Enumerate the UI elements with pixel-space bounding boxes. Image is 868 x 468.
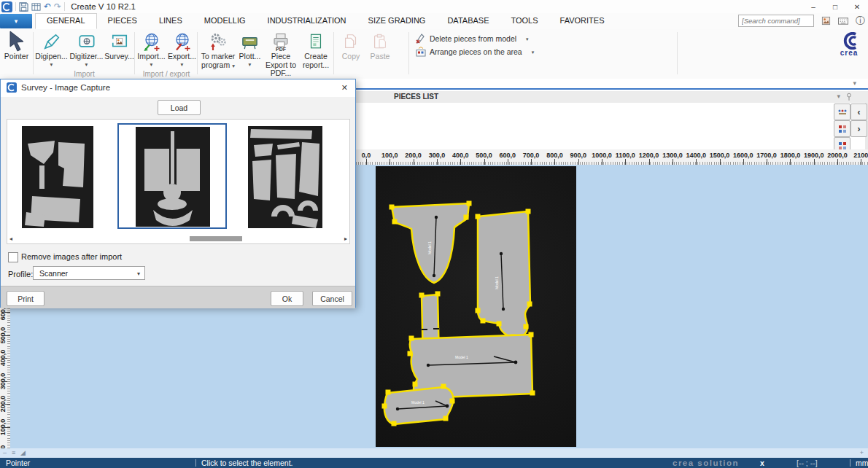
view-control-icon[interactable]: ≡: [12, 448, 15, 458]
cancel-button[interactable]: Cancel: [312, 291, 352, 306]
export-button[interactable]: Export... ▾: [167, 29, 197, 67]
status-units: mm: [856, 459, 868, 467]
ribbon-tab-row: ▾ GENERALPIECESLINESMODELLIGINDUSTRIALIZ…: [0, 13, 868, 29]
status-coordinates: [-- ; --]: [797, 459, 818, 467]
chevron-down-icon[interactable]: ▾: [837, 93, 840, 100]
survey-image-capture-dialog: Survey - Image Capture ✕ Load: [0, 79, 356, 308]
info-icon[interactable]: ⓘ: [856, 16, 865, 26]
delete-pieces-icon: [416, 34, 426, 44]
zoom-plus-icon[interactable]: +: [860, 448, 864, 458]
paste-button[interactable]: Paste: [365, 29, 395, 61]
view-control-icon[interactable]: –: [3, 448, 7, 458]
pieces-sort-button-2[interactable]: [834, 120, 850, 137]
file-menu-button[interactable]: ▾: [0, 14, 32, 28]
resize-grip-icon[interactable]: ◢: [20, 448, 26, 458]
dialog-titlebar[interactable]: Survey - Image Capture ✕: [1, 79, 355, 97]
piece-export-pdf-button[interactable]: PDF Piece Export to PDF...: [262, 29, 300, 78]
pieces-sort-button-1[interactable]: [834, 104, 850, 120]
maximize-button[interactable]: □: [824, 0, 846, 13]
digitize-table-icon[interactable]: [31, 2, 41, 12]
tab-general[interactable]: GENERAL: [35, 13, 97, 29]
plott-button[interactable]: Plott... ▾: [238, 29, 262, 78]
delete-pieces-button[interactable]: Delete pieces from model ▾: [416, 32, 534, 45]
scroll-left-icon[interactable]: ◂: [9, 235, 12, 242]
tab-modellig[interactable]: MODELLIG: [193, 13, 257, 29]
digitizer-icon: [78, 31, 96, 52]
piece-label: Model 1: [495, 276, 499, 289]
to-marker-program-button[interactable]: To marker program ▾: [198, 29, 238, 78]
ruler-label: 800,0: [541, 152, 567, 159]
copy-label: Copy: [342, 52, 360, 61]
thumbnail-3[interactable]: [248, 126, 322, 228]
undo-icon[interactable]: ↶: [44, 1, 51, 12]
chevron-down-icon[interactable]: ▾: [150, 62, 153, 68]
pattern-piece[interactable]: [384, 387, 454, 424]
pin-icon[interactable]: [846, 93, 852, 101]
copy-button[interactable]: Copy: [336, 29, 365, 61]
tab-pieces[interactable]: PIECES: [97, 13, 148, 29]
report-document-icon: [307, 31, 325, 52]
ruler-label: 600,0: [495, 152, 521, 159]
minimize-button[interactable]: –: [802, 0, 824, 13]
thumbnail-2[interactable]: [117, 123, 227, 229]
to-marker-label: To marker program ▾: [198, 52, 238, 69]
ruler-label: 1700,0: [753, 152, 780, 159]
thumbnail-1[interactable]: [22, 126, 93, 228]
ribbon-group-label: Import / export: [136, 70, 197, 78]
chevron-down-icon[interactable]: ▾: [50, 62, 53, 68]
pattern-piece-e[interactable]: Model 1: [382, 384, 455, 426]
digitizer-button[interactable]: Digitizer... ▾: [69, 29, 104, 67]
chevron-down-icon[interactable]: ▾: [532, 50, 535, 55]
export-globe-icon: [173, 31, 192, 52]
search-command-input[interactable]: [738, 15, 814, 27]
tab-favorites[interactable]: FAVORITES: [549, 13, 616, 29]
ribbon-group-clipboard: Copy Paste: [335, 29, 396, 79]
chevron-down-icon[interactable]: ▾: [853, 79, 856, 87]
tab-database[interactable]: DATABASE: [436, 13, 500, 29]
pieces-next-button[interactable]: ›: [850, 120, 867, 137]
svg-text:PDF: PDF: [276, 47, 287, 52]
scroll-right-icon[interactable]: ▸: [344, 235, 347, 242]
remove-images-checkbox[interactable]: [8, 252, 18, 262]
import-button[interactable]: Import... ▾: [136, 29, 167, 67]
pattern-piece-b[interactable]: Model 1: [476, 209, 532, 340]
pieces-prev-button[interactable]: ‹: [850, 104, 867, 120]
export-label: Export...: [168, 52, 196, 61]
save-icon[interactable]: [19, 2, 28, 12]
tab-size-grading[interactable]: SIZE GRADING: [357, 13, 437, 29]
chevron-down-icon[interactable]: ▾: [181, 62, 184, 68]
tab-tools[interactable]: TOOLS: [500, 13, 549, 29]
ruler-label: 1900,0: [801, 152, 827, 159]
chevron-down-icon[interactable]: ▾: [232, 63, 235, 69]
tab-industrialization[interactable]: INDUSTRIALIZATION: [257, 13, 357, 29]
ok-button[interactable]: Ok: [271, 291, 303, 306]
chevron-down-icon[interactable]: ▾: [526, 36, 529, 42]
pointer-label: Pointer: [4, 52, 28, 61]
profile-dropdown[interactable]: Scanner ▾: [33, 266, 145, 280]
keyboard-icon[interactable]: [838, 17, 848, 26]
plott-label: Plott...: [239, 52, 261, 61]
thumbnail-scrollbar-thumb[interactable]: [190, 236, 242, 241]
tab-lines[interactable]: LINES: [148, 13, 193, 29]
ruler-label: 300,0: [424, 152, 450, 159]
dialog-footer: Print Ok Cancel: [1, 286, 355, 308]
arrange-pieces-button[interactable]: Arrange pieces on the area ▾: [416, 45, 534, 58]
chevron-down-icon[interactable]: ▾: [85, 62, 88, 68]
create-report-button[interactable]: Create report...: [300, 29, 332, 78]
close-button[interactable]: ✕: [846, 0, 868, 13]
pointer-button[interactable]: Pointer: [4, 29, 28, 61]
image-tool-icon[interactable]: [821, 16, 831, 26]
redo-icon[interactable]: ↷: [54, 1, 61, 12]
chevron-down-icon[interactable]: ▾: [249, 62, 252, 68]
pattern-piece-a[interactable]: Model 1: [390, 201, 472, 284]
dialog-close-icon[interactable]: ✕: [341, 83, 348, 93]
digipen-button[interactable]: Digipen... ▾: [34, 29, 69, 67]
brand-x: x: [760, 459, 764, 467]
load-button[interactable]: Load: [158, 100, 201, 115]
print-button[interactable]: Print: [7, 291, 44, 306]
pattern-piece[interactable]: [478, 211, 530, 338]
pieces-list-title: PIECES LIST: [394, 93, 438, 101]
canvas-horizontal-scrollbar[interactable]: – ≡ ◢ +: [0, 448, 868, 458]
ruler-label: 0,0: [353, 152, 379, 159]
survey-button[interactable]: Survey...: [104, 29, 134, 67]
